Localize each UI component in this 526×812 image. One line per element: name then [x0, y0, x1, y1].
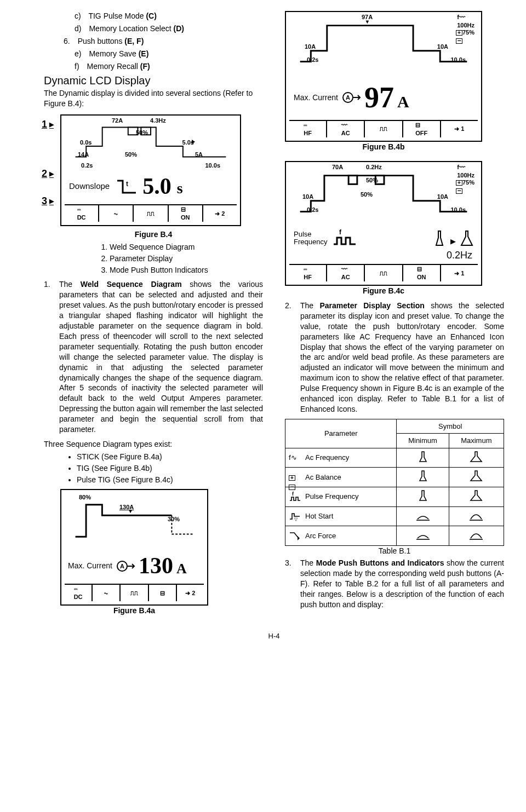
label-50a: 50% [136, 129, 148, 137]
table-row: +−Ac Balance [285, 468, 504, 487]
table-row: Arc Force [285, 526, 504, 546]
pulse-freq-icon: f [289, 492, 301, 502]
mode-row: ⎓ DC ⏦ ⎍⎍ ⊟ ON ➜ 2 [65, 204, 237, 222]
label-72a: 72A [112, 117, 123, 125]
maxcurrent-icon-4b: A [341, 90, 361, 105]
fig-b4-legend: Weld Sequence Diagram Parameter Display … [99, 242, 263, 275]
dynamic-intro: The Dynamic display is divided into seve… [44, 88, 263, 109]
callout-3: 3 [42, 194, 54, 208]
item-d: d) Memory Location Select (D) [75, 24, 263, 34]
param-val-4b: 97 [364, 78, 394, 118]
table-b1-caption: Table B.1 [285, 546, 504, 556]
item-6: 6. Push buttons (E, F) [64, 36, 263, 47]
hotstart-icon: ▽ [289, 511, 301, 521]
label-130a: 130A [119, 503, 134, 511]
svg-text:▽: ▽ [294, 517, 298, 521]
label-97a: 97A [362, 13, 373, 21]
label-5a: 5A [195, 151, 203, 159]
label-50b: 50% [125, 151, 137, 159]
page-footer: H-4 [44, 631, 504, 641]
table-row: f∿Ac Frequency [285, 448, 504, 468]
svg-text:f: f [292, 492, 294, 497]
param-unit-4a: A [176, 559, 187, 578]
param-name: Downslope [69, 181, 110, 192]
fig-b4b-caption: Figure B.4b [285, 142, 482, 152]
torch-narrow-icon [433, 230, 446, 246]
param-unit: s [177, 178, 183, 199]
label-14a: 14A [78, 151, 89, 159]
svg-rect-9 [348, 175, 357, 184]
ac-freq-icon: f∿ [289, 453, 301, 463]
table-row: ▽Hot Start [285, 506, 504, 526]
callout-2: 2 [42, 167, 54, 180]
torch-min-icon [416, 451, 430, 463]
item-f: f) Memory Recall (F) [75, 61, 263, 72]
param-value: 5.0 [142, 171, 171, 202]
seq-types-intro: Three Sequence Diagram types exist: [44, 439, 263, 450]
figure-b4c: 70A 0.2Hz 50% 50% 10A 10A 0.2s 10.0s f〰1… [285, 161, 482, 286]
label-10s: 10.0s [205, 162, 220, 170]
param-name-4b: Max. Current [294, 93, 338, 103]
callout-1: 1 [42, 118, 54, 131]
ac-balance-icon: +− [289, 473, 301, 482]
weld-seq-para: 1. The Weld Sequence Diagram shows the v… [44, 279, 263, 434]
svg-text:t: t [126, 180, 128, 188]
fig-b4-caption: Figure B.4 [44, 229, 263, 240]
svg-marker-16 [298, 536, 300, 540]
seq-types-list: STICK (See Figure B.4a) TIG (See Figure … [44, 452, 263, 485]
dynamic-lcd-heading: Dynamic LCD Display [44, 73, 263, 88]
svg-text:f: f [339, 228, 342, 236]
item-c: c) TIG Pulse Mode (C) [75, 11, 263, 21]
param-name-4c: Pulse Frequency [294, 231, 327, 246]
label-4.3hz: 4.3Hz [150, 117, 166, 125]
svg-text:A: A [120, 563, 124, 569]
param-val-4a: 130 [139, 550, 173, 581]
figure-b4b: ▼ 97A 10A 10A 0.2s 10.0s f〰100Hz +75%− M… [285, 11, 482, 142]
pulse-icon-4c: f [331, 228, 357, 246]
param-section-para: 2. The Parameter Display Section shows t… [285, 301, 504, 414]
figure-b4a: ▼ 80% 130A 30% Max. Current A 130 A ⎓ DC… [60, 489, 208, 606]
label-80pct: 80% [79, 493, 91, 502]
torch-max-icon [469, 451, 483, 463]
fig-b4c-caption: Figure B.4c [285, 286, 482, 296]
freq-readout-4c: 0.2Hz [289, 249, 478, 264]
maxcurrent-icon: A [116, 558, 135, 574]
mode-push-para: 3. The Mode Push Buttons and Indicators … [285, 558, 504, 609]
label-0.2s: 0.2s [81, 162, 93, 170]
label-0s: 0.0s [80, 139, 92, 147]
downslope-icon: t [115, 178, 137, 195]
fig-b4a-caption: Figure B.4a [60, 606, 208, 616]
param-name-4a: Max. Current [68, 561, 112, 571]
svg-text:A: A [346, 94, 350, 101]
table-b1: Parameter Symbol Minimum Maximum f∿Ac Fr… [285, 419, 504, 546]
arcforce-icon [289, 531, 301, 540]
figure-b4: 72A 4.3Hz 50% 0.0s 5.0s 14A 50% 5A 0.2s … [60, 114, 241, 226]
torch-wide-icon [460, 230, 473, 246]
item-e: e) Memory Save (E) [75, 49, 263, 59]
table-row: fPulse Frequency [285, 487, 504, 506]
label-30pct: 30% [168, 515, 180, 523]
